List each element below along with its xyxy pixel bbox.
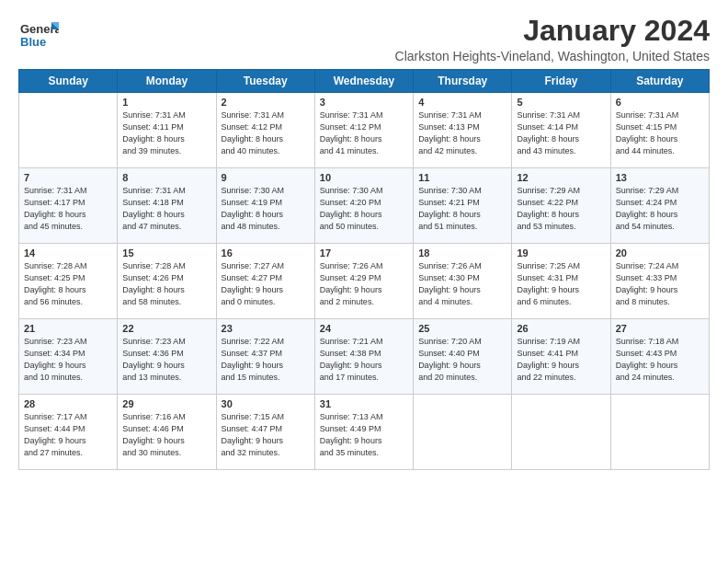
week-row-4: 21Sunrise: 7:23 AM Sunset: 4:34 PM Dayli… xyxy=(19,319,710,395)
calendar-cell: 16Sunrise: 7:27 AM Sunset: 4:27 PM Dayli… xyxy=(216,244,314,319)
calendar-cell: 20Sunrise: 7:24 AM Sunset: 4:33 PM Dayli… xyxy=(610,244,709,319)
day-number: 4 xyxy=(418,97,506,108)
calendar-cell xyxy=(610,395,709,470)
day-number: 29 xyxy=(122,398,210,409)
calendar-cell: 14Sunrise: 7:28 AM Sunset: 4:25 PM Dayli… xyxy=(19,244,118,319)
week-row-3: 14Sunrise: 7:28 AM Sunset: 4:25 PM Dayli… xyxy=(19,244,710,319)
calendar-cell: 18Sunrise: 7:26 AM Sunset: 4:30 PM Dayli… xyxy=(414,244,512,319)
calendar-cell: 29Sunrise: 7:16 AM Sunset: 4:46 PM Dayli… xyxy=(118,395,216,470)
calendar-cell: 21Sunrise: 7:23 AM Sunset: 4:34 PM Dayli… xyxy=(19,319,118,395)
day-number: 31 xyxy=(320,398,408,409)
day-number: 26 xyxy=(517,323,605,334)
day-info: Sunrise: 7:31 AM Sunset: 4:12 PM Dayligh… xyxy=(222,109,310,157)
day-number: 28 xyxy=(24,398,112,409)
day-info: Sunrise: 7:23 AM Sunset: 4:36 PM Dayligh… xyxy=(122,336,210,384)
day-number: 8 xyxy=(122,172,210,183)
day-number: 2 xyxy=(222,97,310,108)
calendar-cell: 23Sunrise: 7:22 AM Sunset: 4:37 PM Dayli… xyxy=(216,319,314,395)
calendar-cell xyxy=(19,93,118,168)
calendar-cell: 11Sunrise: 7:30 AM Sunset: 4:21 PM Dayli… xyxy=(414,168,512,244)
day-info: Sunrise: 7:31 AM Sunset: 4:17 PM Dayligh… xyxy=(24,185,112,233)
calendar-cell: 12Sunrise: 7:29 AM Sunset: 4:22 PM Dayli… xyxy=(512,168,610,244)
calendar-cell xyxy=(512,395,610,470)
calendar-cell: 27Sunrise: 7:18 AM Sunset: 4:43 PM Dayli… xyxy=(610,319,709,395)
calendar-cell: 5Sunrise: 7:31 AM Sunset: 4:14 PM Daylig… xyxy=(512,93,610,168)
calendar-table: SundayMondayTuesdayWednesdayThursdayFrid… xyxy=(18,69,710,470)
location-title: Clarkston Heights-Vineland, Washington, … xyxy=(395,49,710,63)
day-info: Sunrise: 7:18 AM Sunset: 4:43 PM Dayligh… xyxy=(616,336,704,384)
title-block: January 2024 Clarkston Heights-Vineland,… xyxy=(395,15,710,63)
weekday-header-monday: Monday xyxy=(118,70,216,93)
day-number: 23 xyxy=(222,323,310,334)
day-info: Sunrise: 7:25 AM Sunset: 4:31 PM Dayligh… xyxy=(517,260,605,308)
weekday-header-row: SundayMondayTuesdayWednesdayThursdayFrid… xyxy=(19,70,710,93)
day-info: Sunrise: 7:15 AM Sunset: 4:47 PM Dayligh… xyxy=(222,411,310,459)
calendar-cell: 17Sunrise: 7:26 AM Sunset: 4:29 PM Dayli… xyxy=(314,244,413,319)
day-info: Sunrise: 7:13 AM Sunset: 4:49 PM Dayligh… xyxy=(320,411,408,459)
day-number: 30 xyxy=(222,398,310,409)
day-number: 3 xyxy=(320,97,408,108)
day-number: 25 xyxy=(418,323,506,334)
month-title: January 2024 xyxy=(395,15,710,47)
day-number: 11 xyxy=(418,172,506,183)
calendar-cell: 2Sunrise: 7:31 AM Sunset: 4:12 PM Daylig… xyxy=(216,93,314,168)
day-info: Sunrise: 7:23 AM Sunset: 4:34 PM Dayligh… xyxy=(24,336,112,384)
day-number: 7 xyxy=(24,172,112,183)
week-row-2: 7Sunrise: 7:31 AM Sunset: 4:17 PM Daylig… xyxy=(19,168,710,244)
day-info: Sunrise: 7:26 AM Sunset: 4:29 PM Dayligh… xyxy=(320,260,408,308)
day-number: 19 xyxy=(517,247,605,259)
day-info: Sunrise: 7:29 AM Sunset: 4:22 PM Dayligh… xyxy=(517,185,605,233)
calendar-cell: 9Sunrise: 7:30 AM Sunset: 4:19 PM Daylig… xyxy=(216,168,314,244)
day-info: Sunrise: 7:21 AM Sunset: 4:38 PM Dayligh… xyxy=(320,336,408,384)
calendar-cell: 31Sunrise: 7:13 AM Sunset: 4:49 PM Dayli… xyxy=(314,395,413,470)
day-number: 5 xyxy=(517,97,605,108)
day-info: Sunrise: 7:16 AM Sunset: 4:46 PM Dayligh… xyxy=(122,411,210,459)
day-info: Sunrise: 7:29 AM Sunset: 4:24 PM Dayligh… xyxy=(616,185,704,233)
calendar-cell: 4Sunrise: 7:31 AM Sunset: 4:13 PM Daylig… xyxy=(414,93,512,168)
calendar-cell: 28Sunrise: 7:17 AM Sunset: 4:44 PM Dayli… xyxy=(19,395,118,470)
weekday-header-thursday: Thursday xyxy=(414,70,512,93)
calendar-cell: 3Sunrise: 7:31 AM Sunset: 4:12 PM Daylig… xyxy=(314,93,413,168)
day-info: Sunrise: 7:31 AM Sunset: 4:11 PM Dayligh… xyxy=(122,109,210,157)
day-info: Sunrise: 7:30 AM Sunset: 4:20 PM Dayligh… xyxy=(320,185,408,233)
day-info: Sunrise: 7:24 AM Sunset: 4:33 PM Dayligh… xyxy=(616,260,704,308)
calendar-cell: 26Sunrise: 7:19 AM Sunset: 4:41 PM Dayli… xyxy=(512,319,610,395)
calendar-cell: 13Sunrise: 7:29 AM Sunset: 4:24 PM Dayli… xyxy=(610,168,709,244)
day-info: Sunrise: 7:20 AM Sunset: 4:40 PM Dayligh… xyxy=(418,336,506,384)
header: General Blue January 2024 Clarkston Heig… xyxy=(18,15,710,63)
day-number: 15 xyxy=(122,247,210,259)
day-info: Sunrise: 7:22 AM Sunset: 4:37 PM Dayligh… xyxy=(222,336,310,384)
day-info: Sunrise: 7:31 AM Sunset: 4:15 PM Dayligh… xyxy=(616,109,704,157)
calendar-cell: 19Sunrise: 7:25 AM Sunset: 4:31 PM Dayli… xyxy=(512,244,610,319)
day-info: Sunrise: 7:28 AM Sunset: 4:25 PM Dayligh… xyxy=(24,260,112,308)
day-number: 14 xyxy=(24,247,112,259)
day-info: Sunrise: 7:31 AM Sunset: 4:13 PM Dayligh… xyxy=(418,109,506,157)
weekday-header-sunday: Sunday xyxy=(19,70,118,93)
day-number: 17 xyxy=(320,247,408,259)
day-number: 12 xyxy=(517,172,605,183)
calendar-cell: 10Sunrise: 7:30 AM Sunset: 4:20 PM Dayli… xyxy=(314,168,413,244)
page: General Blue January 2024 Clarkston Heig… xyxy=(0,0,728,479)
logo-icon: General Blue xyxy=(18,15,59,55)
calendar-cell: 7Sunrise: 7:31 AM Sunset: 4:17 PM Daylig… xyxy=(19,168,118,244)
weekday-header-tuesday: Tuesday xyxy=(216,70,314,93)
svg-text:Blue: Blue xyxy=(20,35,46,49)
calendar-body: 1Sunrise: 7:31 AM Sunset: 4:11 PM Daylig… xyxy=(19,93,710,470)
calendar-cell: 8Sunrise: 7:31 AM Sunset: 4:18 PM Daylig… xyxy=(118,168,216,244)
weekday-header-friday: Friday xyxy=(512,70,610,93)
day-number: 18 xyxy=(418,247,506,259)
day-number: 1 xyxy=(122,97,210,108)
day-number: 21 xyxy=(24,323,112,334)
calendar-cell: 1Sunrise: 7:31 AM Sunset: 4:11 PM Daylig… xyxy=(118,93,216,168)
day-info: Sunrise: 7:17 AM Sunset: 4:44 PM Dayligh… xyxy=(24,411,112,459)
day-number: 27 xyxy=(616,323,704,334)
day-number: 24 xyxy=(320,323,408,334)
day-info: Sunrise: 7:28 AM Sunset: 4:26 PM Dayligh… xyxy=(122,260,210,308)
weekday-header-saturday: Saturday xyxy=(610,70,709,93)
week-row-1: 1Sunrise: 7:31 AM Sunset: 4:11 PM Daylig… xyxy=(19,93,710,168)
week-row-5: 28Sunrise: 7:17 AM Sunset: 4:44 PM Dayli… xyxy=(19,395,710,470)
calendar-cell: 6Sunrise: 7:31 AM Sunset: 4:15 PM Daylig… xyxy=(610,93,709,168)
day-info: Sunrise: 7:19 AM Sunset: 4:41 PM Dayligh… xyxy=(517,336,605,384)
calendar-cell: 15Sunrise: 7:28 AM Sunset: 4:26 PM Dayli… xyxy=(118,244,216,319)
day-info: Sunrise: 7:31 AM Sunset: 4:12 PM Dayligh… xyxy=(320,109,408,157)
